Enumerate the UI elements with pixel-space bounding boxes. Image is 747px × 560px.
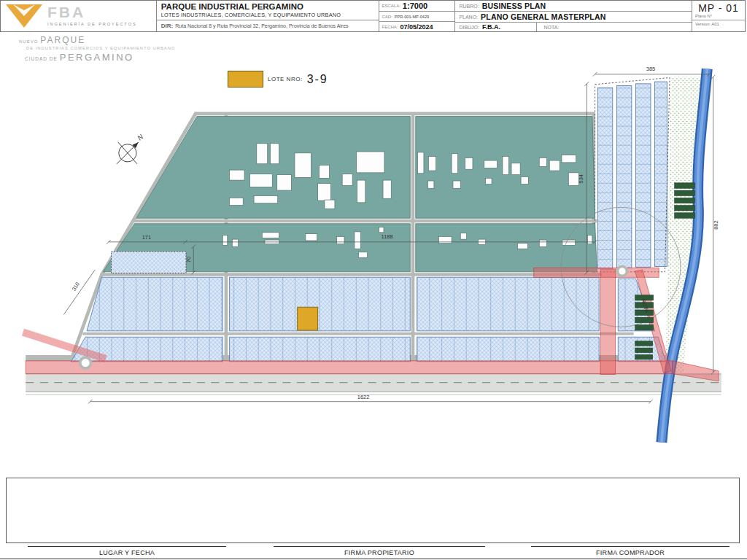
rubro-label: RUBRO: <box>459 4 479 9</box>
cad-value: PPR-001-MP-0429 <box>395 15 429 19</box>
plano-label: PLANO: <box>459 15 478 20</box>
title-block: FBA INGENIERÍA DE PROYECTOS PARQUE INDUS… <box>0 0 746 32</box>
commercial-lot-rows <box>71 277 666 361</box>
nota-label: NOTA: <box>543 25 559 30</box>
info-cell: RUBRO:BUSINESS PLAN PLANO:PLANO GENERAL … <box>455 1 692 31</box>
svg-text:534: 534 <box>578 174 584 183</box>
svg-text:70: 70 <box>185 257 192 262</box>
north-compass-icon: N <box>117 133 144 163</box>
escala-label: ESCALA: <box>382 4 400 8</box>
fecha-label: FECHA: <box>382 25 398 29</box>
dibujo-value: F.B.A. <box>482 23 500 31</box>
fba-logo-icon <box>5 4 43 28</box>
plano-value: PLANO GENERAL MASTERPLAN <box>481 12 605 21</box>
highway <box>26 374 721 395</box>
signature-lugar-fecha: LUGAR Y FECHA <box>28 546 226 556</box>
logo-tagline: INGENIERÍA DE PROYECTOS <box>47 22 137 26</box>
logo-brand: FBA <box>47 4 137 20</box>
svg-text:171: 171 <box>142 234 151 241</box>
svg-text:385: 385 <box>646 66 655 72</box>
sheet-version: Version: A01 <box>692 20 745 26</box>
dir-label: DIR: <box>161 23 173 29</box>
svg-text:1188: 1188 <box>382 233 393 240</box>
sheet-bottom-rule <box>0 559 747 559</box>
compass-n-label: N <box>136 133 144 141</box>
logo-cell: FBA INGENIERÍA DE PROYECTOS <box>1 1 157 31</box>
svg-text:1622: 1622 <box>357 394 370 400</box>
dibujo-label: DIBUJO: <box>459 25 479 30</box>
roundabout-icon <box>80 357 91 368</box>
highlight-lot-3-9[interactable] <box>298 307 318 330</box>
dim-right-outer: 882 <box>711 75 719 375</box>
sheet-cell: MP - 01 Plano N° Version: A01 <box>692 1 745 31</box>
masterplan-sheet: FBA INGENIERÍA DE PROYECTOS PARQUE INDUS… <box>0 0 747 560</box>
notes-box <box>6 478 740 543</box>
escala-value: 1:7000 <box>403 1 427 10</box>
svg-text:310: 310 <box>71 281 81 292</box>
project-cell: PARQUE INDUSTRIAL PERGAMINO LOTES INDUST… <box>157 1 379 31</box>
roundabout-icon <box>617 266 627 276</box>
dim-top-right: 385 <box>593 66 711 76</box>
cad-label: CAD: <box>382 15 392 19</box>
sheet-code: MP - 01 <box>692 1 745 14</box>
signature-comprador: FIRMA COMPRADOR <box>531 546 729 556</box>
meta-cell: ESCALA:1:7000 CAD:PPR-001-MP-0429 FECHA:… <box>379 1 456 31</box>
site-plan: 1622 171 1188 70 385 534 882 <box>0 33 747 478</box>
special-lot <box>112 252 186 273</box>
sheet-number-label: Plano N° <box>692 14 745 20</box>
rubro-value: BUSINESS PLAN <box>482 1 546 10</box>
dim-bottom: 1622 <box>88 394 653 404</box>
project-subtitle: LOTES INDUSTRIALES, COMERCIALES, Y EQUIP… <box>161 12 374 18</box>
svg-text:882: 882 <box>713 220 719 229</box>
project-title: PARQUE INDUSTRIAL PERGAMINO <box>161 2 374 12</box>
right-strip-lots <box>595 77 670 271</box>
dir-value: Ruta Nacional 8 y Ruta Provincial 32, Pe… <box>175 23 348 28</box>
fecha-value: 07/05/2024 <box>400 23 433 31</box>
signature-propietario: FIRMA PROPIETARIO <box>274 546 485 556</box>
